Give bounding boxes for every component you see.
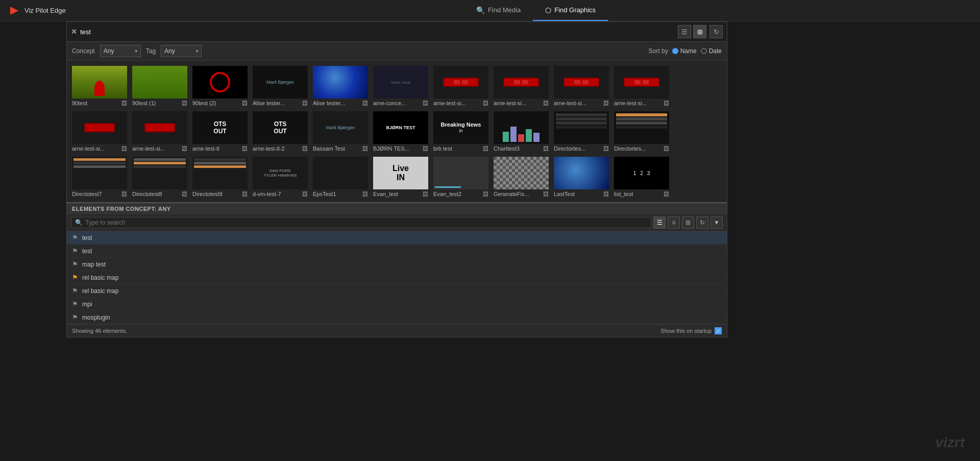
graphic-item[interactable]: GenerateFix... 🖼 [491,154,551,200]
graphic-thumb [192,157,248,189]
show-startup-checkbox[interactable]: ✓ [715,327,722,334]
graphic-item[interactable]: arne-test-si... 🖼 [551,63,611,109]
graphic-item[interactable]: arne-test-si... 🖼 [431,63,491,109]
graphic-label: Bassam Test [313,145,361,152]
sort-name-radio[interactable] [672,48,678,54]
elements-toolbar: 🔍 ☰ ≡ ⊞ ↻ ▼ [67,214,727,231]
graphic-item[interactable]: arne-test-si... 🖼 [130,109,190,154]
graphic-thumb [313,66,368,99]
list-item[interactable]: ⚑ test [67,245,727,258]
graphic-item[interactable]: Directotest9 🖼 [190,154,250,200]
graphic-thumb [554,157,609,189]
graphic-item[interactable]: Directortes... 🖼 [551,109,611,154]
graphic-label: Directortes... [614,145,662,152]
graphic-thumb: Breaking News in [433,111,488,144]
graphic-item[interactable]: Directotest8 🖼 [130,154,190,200]
graphic-item[interactable]: DAN FORD TYLER HAWKINS d-vm-test-7 🖼 [250,154,310,200]
graphic-doc-icon: 🖼 [543,100,549,106]
graphic-doc-icon: 🖼 [483,145,488,152]
graphic-item[interactable]: 90test 🖼 [69,63,130,109]
graphic-item[interactable]: news desk arne-conce... 🖼 [371,63,431,109]
graphic-item[interactable]: Marit Bjørgen Alise tester... 🖼 [250,63,310,109]
element-name: rel basic map [82,287,118,295]
graphic-item[interactable]: arne-test-si... 🖼 [69,109,130,154]
list-item[interactable]: ⚑ test [67,231,727,245]
graphic-item[interactable]: LiveIN Evan_test 🖼 [371,154,431,200]
graphic-thumb: BJØRN TEST [373,111,428,144]
tab-find-media[interactable]: 🔍 Find Media [464,0,533,21]
search-input[interactable] [80,28,675,36]
graphic-thumb [72,157,127,189]
graphic-doc-icon: 🖼 [362,100,368,106]
graphic-item[interactable]: OTSOUT arne-test-tl 🖼 [190,109,250,154]
graphic-thumb: Marit Bjørgen [253,66,308,99]
element-map-icon: ⚑ [72,274,78,281]
elements-grid-view-btn[interactable]: ⊞ [682,216,694,229]
elements-expand-btn[interactable]: ▼ [710,216,723,229]
graphic-doc-icon: 🖼 [483,191,488,197]
list-item[interactable]: ⚑ mpi [67,298,727,311]
graphic-item[interactable]: Alise tester... 🖼 [310,63,371,109]
graphic-item[interactable]: 90test (1) 🖼 [130,63,190,109]
graphic-label: arne-test-si... [132,145,180,152]
element-flag-icon: ⚑ [72,247,78,255]
list-item[interactable]: ⚑ rel basic map [67,271,727,284]
graphic-doc-icon: 🖼 [182,100,187,106]
graphic-label: arne-test-tl [192,145,240,152]
graphic-item[interactable]: Marit Bjærgen Bassam Test 🖼 [310,109,371,154]
element-name: test [82,248,92,255]
graphic-label: arne-test-si... [72,145,120,152]
list-view-button[interactable]: ☰ [678,25,691,38]
graphic-item[interactable]: arne-test-si... 🖼 [491,63,551,109]
graphic-item[interactable]: Evan_test2 🖼 [431,154,491,200]
graphic-label: Alise tester... [313,100,361,106]
app-title: Viz Pilot Edge [24,7,66,14]
tag-select[interactable]: Any [161,45,202,57]
list-item[interactable]: ⚑ mosplugin [67,311,727,324]
graphic-item[interactable]: BJØRN TEST BJØRN TES... 🖼 [371,109,431,154]
graphic-item[interactable]: EpsTest1 🖼 [310,154,371,200]
graphics-grid: 90test 🖼 90test (1) 🖼 90test (2) 🖼 [67,61,727,202]
elements-compact-list-btn[interactable]: ≡ [668,216,680,229]
graphic-label: 90test (1) [132,100,180,106]
graphic-item[interactable]: 1 2 3 list_test 🖼 [611,154,672,200]
graphic-doc-icon: 🖼 [603,191,609,197]
graphic-doc-icon: 🖼 [242,100,248,106]
graphic-item[interactable]: Breaking News in brb test 🖼 [431,109,491,154]
list-item[interactable]: ⚑ rel basic map [67,284,727,298]
grid-view-button[interactable]: ⊞ [693,25,706,38]
graphic-item[interactable]: Directortes... 🖼 [611,109,672,154]
graphic-thumb [554,66,609,99]
graphic-item[interactable]: 90test (2) 🖼 [190,63,250,109]
graphic-item[interactable]: arne-test-si... 🖼 [611,63,672,109]
graphic-item[interactable]: Directotest7 🖼 [69,154,130,200]
concept-select[interactable]: Any [100,45,141,57]
graphic-doc-icon: 🖼 [603,145,609,152]
elements-refresh-btn[interactable]: ↻ [696,216,708,229]
graphic-doc-icon: 🖼 [242,191,248,197]
graphic-item[interactable]: LastTest 🖼 [551,154,611,200]
elements-search-input[interactable] [85,219,647,226]
graphic-item[interactable]: Charttest3 🖼 [491,109,551,154]
graphic-label: d-vm-test-7 [253,191,301,197]
nav-tabs: 🔍 Find Media ⬡ Find Graphics [464,0,608,21]
refresh-button[interactable]: ↻ [709,25,723,38]
elements-search: 🔍 [71,217,651,228]
element-flag-icon: ⚑ [72,287,78,295]
graphic-thumb: OTSOUT [192,111,248,144]
graphic-label: arne-conce... [373,100,421,106]
sort-by-name[interactable]: Name [672,47,697,55]
tag-label: Tag [146,47,156,55]
graphic-item[interactable]: OTSOUT arne-test-tl-2 🖼 [250,109,310,154]
sort-name-label: Name [680,47,697,55]
sort-date-radio[interactable] [701,48,707,54]
tab-find-graphics[interactable]: ⬡ Find Graphics [533,0,608,21]
search-clear-button[interactable]: ✕ [71,28,77,36]
sort-by-date[interactable]: Date [701,47,722,55]
graphic-doc-icon: 🖼 [362,145,368,152]
element-name: rel basic map [82,274,118,281]
elements-list-view-btn[interactable]: ☰ [653,216,666,229]
graphic-doc-icon: 🖼 [423,145,428,152]
list-item[interactable]: ⚑ map test [67,258,727,271]
elements-list: ⚑ test ⚑ test ⚑ map test ⚑ rel basic map… [67,231,727,324]
